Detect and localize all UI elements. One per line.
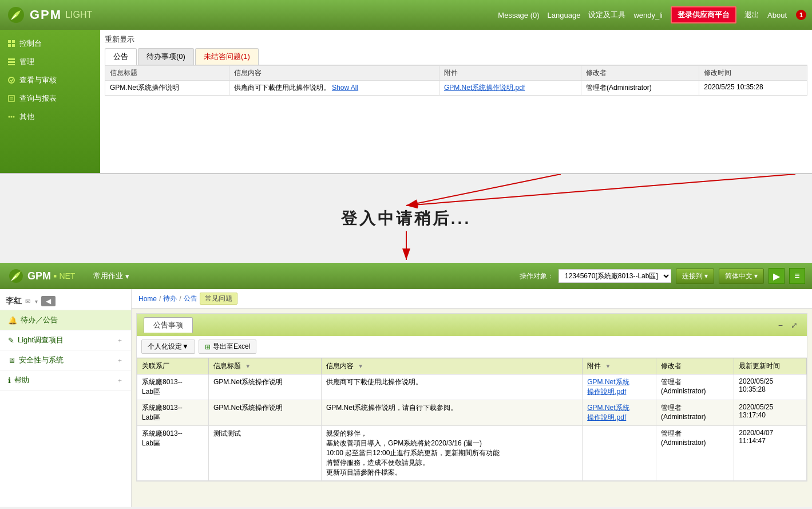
row3-content: 親愛的夥伴， 基於改善項目導入，GPM系統將於2020/3/16 (週一) 10… <box>321 426 582 481</box>
edit-icon: ✎ <box>8 336 14 345</box>
row-title: GPM.Net系统操作说明 <box>105 81 229 96</box>
operate-select[interactable]: 12345670[系統廠8013--Lab區] <box>559 269 671 283</box>
review-icon <box>7 76 16 85</box>
row2-factory: 系統廠8013--Lab區 <box>137 400 209 426</box>
forward-icon-button[interactable]: ▶ <box>769 268 785 284</box>
sidebar-label-review: 查看与审核 <box>19 75 57 85</box>
data-table-row-2: 系統廠8013--Lab區 GPM.Net系统操作说明 GPM.Net系统操作说… <box>137 400 807 426</box>
row1-attach-link[interactable]: GPM.Net系統操作說明.pdf <box>587 378 629 396</box>
sidebar-item-review[interactable]: 查看与审核 <box>0 71 100 89</box>
sidebar-item-report[interactable]: 查询与报表 <box>0 89 100 108</box>
sidebar-item-dashboard[interactable]: 控制台 <box>0 34 100 53</box>
bottom-logo-net: NET <box>59 271 75 281</box>
row3-title: 测试测试 <box>208 426 321 481</box>
row-content-text: 供應商可下載使用此操作说明。 <box>234 84 330 92</box>
export-icon: ⊞ <box>205 343 211 351</box>
info-icon: ℹ <box>8 376 11 385</box>
b-sidebar-label-security: 安全性与系统 <box>19 355 64 365</box>
svg-rect-9 <box>9 96 14 101</box>
svg-rect-4 <box>12 44 15 47</box>
user-back-button[interactable]: ◀ <box>41 296 56 306</box>
row1-updated: 2020/05/2510:35:28 <box>734 374 807 400</box>
row1-factory: 系統廠8013--Lab區 <box>137 374 209 400</box>
export-excel-button[interactable]: ⊞ 导出至Excel <box>199 340 256 354</box>
filter-icon-title[interactable]: ▼ <box>245 363 251 369</box>
attachment-link[interactable]: GPM.Net系统操作说明.pdf <box>444 84 525 92</box>
sidebar-item-manage[interactable]: 管理 <box>0 53 100 71</box>
filter-icon-content[interactable]: ▼ <box>358 363 363 369</box>
th-factory: 关联系厂 <box>137 358 209 374</box>
lang-arrow: ▾ <box>754 272 758 280</box>
bottom-logo-gpm: GPM <box>27 270 51 282</box>
tab-announce[interactable]: 公告 <box>105 48 137 65</box>
user-name: 李红 <box>6 296 22 306</box>
common-ops-arrow: ▾ <box>125 272 129 281</box>
row1-modifier: 管理者(Administrator) <box>656 374 734 400</box>
logo-main-text: GPM <box>30 7 62 22</box>
row3-modifier: 管理者(Administrator) <box>656 426 734 481</box>
show-all-link[interactable]: Show All <box>332 84 358 92</box>
operate-label: 操作对象： <box>520 271 554 281</box>
breadcrumb-pending[interactable]: 待办 <box>163 294 177 303</box>
logout-nav-item[interactable]: 退出 <box>744 10 759 20</box>
sidebar-label-manage: 管理 <box>19 57 34 67</box>
svg-rect-3 <box>8 44 11 47</box>
expand-icon-help: ＋ <box>117 376 123 385</box>
toolbar-row: 个人化设定▼ ⊞ 导出至Excel <box>137 336 807 358</box>
user-email-icon: ✉ <box>25 298 30 305</box>
b-sidebar-item-security[interactable]: 🖥 安全性与系统 ＋ <box>0 350 131 370</box>
about-nav-item[interactable]: About <box>767 11 787 19</box>
row2-content: GPM.Net系统操作说明，请自行下载参阅。 <box>321 400 582 426</box>
message-nav-item[interactable]: Message (0) <box>498 11 539 19</box>
b-sidebar-item-announce[interactable]: 🔔 待办／公告 <box>0 310 131 330</box>
tab-questions[interactable]: 未结咨问题(1) <box>195 48 259 65</box>
common-ops-label: 常用作业 <box>93 271 123 281</box>
filter-icon-attach[interactable]: ▼ <box>605 363 611 369</box>
breadcrumb-announce[interactable]: 公告 <box>184 294 197 303</box>
lang-button[interactable]: 简体中文 ▾ <box>719 269 764 284</box>
connect-label: 连接到 <box>682 271 703 281</box>
connect-button[interactable]: 连接到 ▾ <box>676 269 714 284</box>
sidebar-label-report: 查询与报表 <box>19 93 57 104</box>
expand-button[interactable]: ⤢ <box>789 319 800 331</box>
tab-pending[interactable]: 待办事项(0) <box>138 48 194 65</box>
language-nav-item[interactable]: Language <box>548 11 581 19</box>
row-content: 供應商可下載使用此操作说明。 Show All <box>229 81 439 96</box>
panel-tab-announce[interactable]: 公告事项 <box>144 317 193 333</box>
svg-point-12 <box>9 116 10 118</box>
top-nav-right: Message (0) Language 设定及工具 wendy_li 登录供应… <box>498 6 806 23</box>
personalize-label: 个人化设定▼ <box>148 342 189 352</box>
top-section: GPM LIGHT Message (0) Language 设定及工具 wen… <box>0 0 812 174</box>
minimize-button[interactable]: − <box>776 319 785 331</box>
personalize-button[interactable]: 个人化设定▼ <box>141 340 195 354</box>
annotation-text: 登入中请稍后... <box>341 208 471 230</box>
bottom-nav-right: 操作对象： 12345670[系統廠8013--Lab區] 连接到 ▾ 简体中文… <box>520 268 805 284</box>
top-main: 重新显示 公告 待办事项(0) 未结咨问题(1) 信息标题 信息内容 附件 修改… <box>100 30 812 173</box>
th-info-content: 信息内容 ▼ <box>321 358 582 374</box>
lang-label: 简体中文 <box>725 271 752 281</box>
export-label: 导出至Excel <box>213 342 250 352</box>
svg-line-17 <box>406 174 561 206</box>
th-attachment: 附件 <box>439 66 581 81</box>
b-sidebar-item-survey[interactable]: ✎ Light调查项目 ＋ <box>0 330 131 350</box>
middle-section: 登入中请稍后... <box>0 174 812 263</box>
logo-light-text: LIGHT <box>65 10 92 20</box>
breadcrumb-home[interactable]: Home <box>138 295 157 303</box>
common-ops-menu[interactable]: 常用作业 ▾ <box>93 271 129 281</box>
login-supplier-button[interactable]: 登录供应商平台 <box>671 6 736 23</box>
row2-updated: 2020/05/2513:17:40 <box>734 400 807 426</box>
logo-leaf-icon <box>6 5 26 25</box>
row2-attach-link[interactable]: GPM.Net系統操作說明.pdf <box>587 404 629 421</box>
expand-icon-survey: ＋ <box>117 336 123 345</box>
dashboard-icon <box>7 39 16 48</box>
report-icon <box>7 94 16 103</box>
sidebar-item-other[interactable]: 其他 <box>0 108 100 126</box>
settings-nav-item[interactable]: 设定及工具 <box>588 10 625 20</box>
b-sidebar-item-help[interactable]: ℹ 帮助 ＋ <box>0 370 131 390</box>
breadcrumb-row: Home / 待办 / 公告 常见问题 <box>132 289 812 309</box>
th-title: 信息标题 <box>105 66 229 81</box>
menu-icon-button[interactable]: ≡ <box>789 268 805 284</box>
svg-rect-6 <box>8 61 15 63</box>
user-row: 李红 ✉ ▾ ◀ <box>0 293 131 310</box>
bottom-logo-leaf-icon <box>7 267 25 285</box>
